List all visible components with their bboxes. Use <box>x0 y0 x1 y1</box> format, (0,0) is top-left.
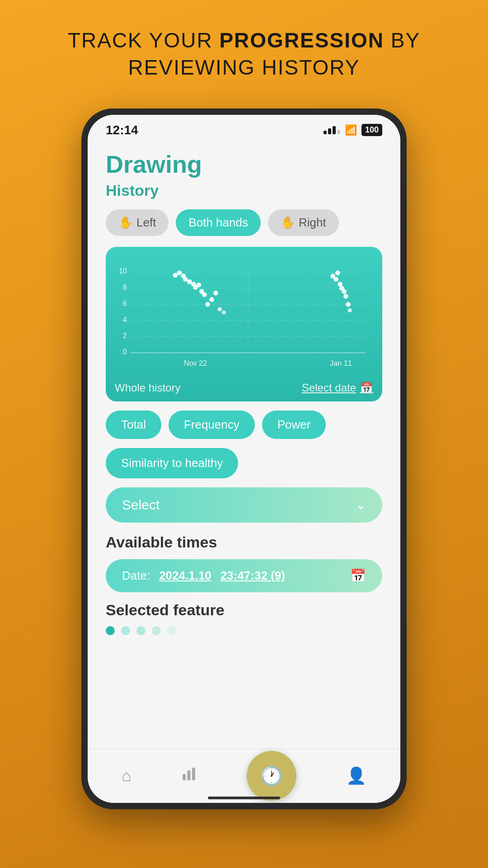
total-button[interactable]: Total <box>106 410 161 439</box>
signal-icon <box>324 126 340 134</box>
home-indicator <box>208 797 280 799</box>
wifi-icon: 📶 <box>345 124 357 136</box>
profile-icon: 👤 <box>346 766 366 785</box>
svg-point-17 <box>183 277 188 282</box>
right-hand-icon: ✋ <box>281 216 295 230</box>
chart-svg: 10 8 6 4 2 0 <box>115 258 373 375</box>
stats-icon <box>181 766 197 786</box>
select-dropdown[interactable]: Select ⌄ <box>106 487 382 523</box>
right-hand-button[interactable]: ✋ Right <box>268 209 339 236</box>
headline: TRACK YOUR PROGRESSION BY REVIEWING HIST… <box>32 27 456 81</box>
svg-rect-40 <box>183 774 186 780</box>
home-icon: ⌂ <box>122 766 131 785</box>
svg-point-30 <box>333 277 338 282</box>
nav-home[interactable]: ⌂ <box>122 766 131 785</box>
hand-filter-group: ✋ Left Both hands ✋ Right <box>106 209 382 236</box>
svg-point-35 <box>343 294 348 299</box>
dot-5 <box>167 626 176 635</box>
svg-point-18 <box>187 279 192 284</box>
time-value[interactable]: 23:47:32 (9) <box>221 569 285 583</box>
svg-rect-42 <box>192 768 195 780</box>
pagination-dots <box>106 626 382 635</box>
battery-icon: 100 <box>361 124 382 136</box>
both-hands-button[interactable]: Both hands <box>176 209 261 236</box>
svg-point-25 <box>209 297 214 302</box>
bottom-nav: ⌂ 🕐 👤 <box>88 749 400 803</box>
left-hand-label: Left <box>136 216 156 230</box>
select-date-button[interactable]: Select date 📅 <box>302 382 373 394</box>
svg-point-26 <box>213 290 218 295</box>
svg-point-24 <box>205 302 210 307</box>
chart-container: 10 8 6 4 2 0 <box>106 247 382 401</box>
svg-text:8: 8 <box>123 283 127 291</box>
svg-text:2: 2 <box>123 331 127 340</box>
date-label: Date: <box>122 569 150 583</box>
chevron-down-icon: ⌄ <box>356 497 366 512</box>
selected-feature-title: Selected feature <box>106 601 382 619</box>
svg-point-37 <box>348 308 352 312</box>
status-icons: 📶 100 <box>324 124 382 136</box>
phone-frame: 12:14 📶 100 Drawing History ✋ Left <box>81 108 407 809</box>
main-content: Drawing History ✋ Left Both hands ✋ Righ… <box>88 141 400 749</box>
svg-point-15 <box>177 270 182 275</box>
svg-text:4: 4 <box>123 315 127 323</box>
nav-stats[interactable] <box>181 766 197 786</box>
history-center-icon: 🕐 <box>260 765 283 787</box>
chart-footer: Whole history Select date 📅 <box>115 382 373 394</box>
power-button[interactable]: Power <box>262 410 326 439</box>
dot-2 <box>121 626 130 635</box>
svg-point-31 <box>335 270 340 275</box>
available-times-title: Available times <box>106 533 382 551</box>
left-hand-button[interactable]: ✋ Left <box>106 209 169 236</box>
metric-buttons: Total Frequency Power <box>106 410 382 439</box>
right-hand-label: Right <box>299 216 326 230</box>
left-hand-icon: ✋ <box>118 216 133 230</box>
similarity-button[interactable]: Similarity to healthy <box>106 448 238 478</box>
svg-rect-41 <box>188 770 191 780</box>
select-label: Select <box>122 497 160 513</box>
svg-point-23 <box>202 292 207 297</box>
dot-1 <box>106 626 115 635</box>
svg-point-27 <box>218 307 222 311</box>
svg-text:10: 10 <box>119 267 127 275</box>
svg-point-36 <box>346 302 351 307</box>
date-value[interactable]: 2024.1.10 <box>159 569 211 583</box>
status-bar: 12:14 📶 100 <box>88 115 400 141</box>
dot-4 <box>152 626 161 635</box>
calendar-icon: 📅 <box>360 382 373 394</box>
svg-text:6: 6 <box>123 299 127 307</box>
date-row: Date: 2024.1.10 23:47:32 (9) 📅 <box>106 559 382 592</box>
svg-text:Jan 11: Jan 11 <box>330 359 352 367</box>
svg-text:Nov 22: Nov 22 <box>184 359 207 367</box>
whole-history-label: Whole history <box>115 382 180 394</box>
nav-profile[interactable]: 👤 <box>346 766 366 785</box>
svg-point-28 <box>222 310 226 314</box>
calendar-small-icon[interactable]: 📅 <box>350 568 366 583</box>
both-hands-label: Both hands <box>188 216 248 230</box>
page-title: Drawing <box>106 150 382 178</box>
svg-point-21 <box>197 283 202 288</box>
svg-point-34 <box>342 289 347 294</box>
nav-history-center[interactable]: 🕐 <box>247 751 296 801</box>
status-time: 12:14 <box>106 123 138 137</box>
svg-text:0: 0 <box>123 348 127 356</box>
dot-3 <box>136 626 145 635</box>
history-label: History <box>106 182 382 199</box>
frequency-button[interactable]: Frequency <box>169 410 255 439</box>
phone-screen: 12:14 📶 100 Drawing History ✋ Left <box>88 115 400 803</box>
svg-point-14 <box>173 273 178 278</box>
